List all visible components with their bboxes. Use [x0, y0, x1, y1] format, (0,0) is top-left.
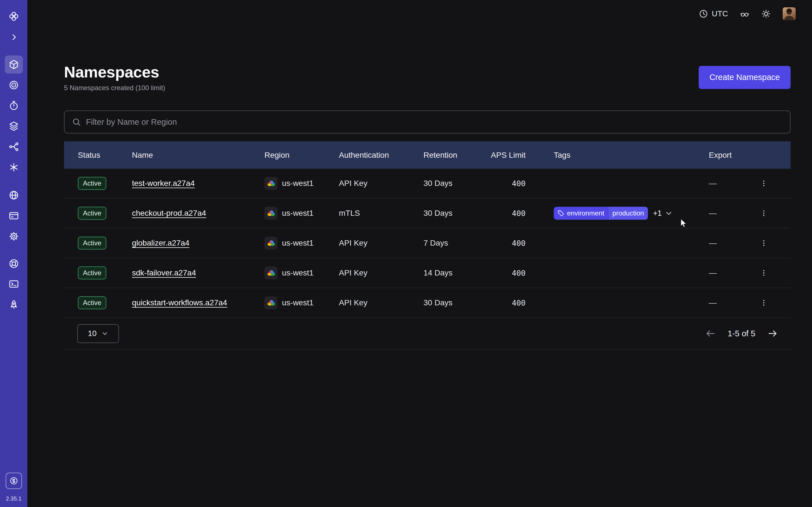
status-cell: Active — [78, 237, 132, 249]
row-menu-button[interactable] — [756, 206, 771, 221]
sidebar-item-namespaces[interactable] — [5, 55, 23, 73]
col-header-region: Region — [264, 151, 339, 160]
namespace-link[interactable]: globalizer.a27a4 — [132, 238, 190, 247]
export-cell: — — [709, 269, 748, 277]
export-cell: — — [709, 209, 748, 218]
region-cell: us-west1 — [264, 296, 339, 309]
chevron-down-icon — [101, 330, 109, 337]
namespace-link[interactable]: test-worker.a27a4 — [132, 179, 195, 187]
retention-cell: 7 Days — [423, 238, 489, 247]
sidebar-item-nexus[interactable] — [5, 76, 23, 94]
sidebar-item-schedules[interactable] — [5, 97, 23, 115]
temporal-logo[interactable] — [5, 7, 23, 25]
authentication-cell: API Key — [339, 269, 423, 277]
row-menu-button[interactable] — [756, 236, 771, 250]
sidebar-expand-button[interactable] — [5, 28, 23, 46]
sidebar-item-cloud[interactable] — [5, 186, 23, 204]
cube-icon — [8, 59, 19, 70]
gcp-cloud-icon — [264, 237, 277, 249]
status-badge: Active — [78, 267, 106, 279]
avatar[interactable] — [783, 7, 796, 20]
kebab-menu-icon — [760, 209, 768, 217]
actions-cell — [748, 236, 779, 250]
kebab-menu-icon — [760, 239, 768, 247]
status-badge: Active — [78, 207, 106, 220]
filter-search — [64, 110, 791, 133]
sidebar-item-usage[interactable] — [6, 473, 22, 489]
arrow-right-icon — [767, 328, 778, 339]
actions-cell — [748, 206, 779, 221]
region-cell: us-west1 — [264, 177, 339, 190]
actions-cell — [748, 176, 779, 191]
retention-cell: 30 Days — [423, 298, 489, 307]
page-head: Namespaces 5 Namespaces created (100 lim… — [64, 63, 791, 92]
col-header-export: Export — [709, 151, 748, 160]
tags-expand-button[interactable] — [665, 209, 673, 217]
page-subtitle: 5 Namespaces created (100 limit) — [64, 84, 165, 92]
row-menu-button[interactable] — [756, 295, 771, 310]
namespaces-table: Status Name Region Authentication Retent… — [64, 142, 791, 349]
tags-cell: environment production +1 — [525, 207, 709, 220]
lifebuoy-icon — [8, 258, 19, 269]
sidebar-item-docs[interactable] — [5, 275, 23, 293]
theme-toggle-button[interactable] — [761, 9, 771, 18]
retention-cell: 30 Days — [423, 179, 489, 188]
col-header-tags: Tags — [525, 151, 709, 160]
search-icon — [72, 117, 81, 126]
namespace-link[interactable]: sdk-failover.a27a4 — [132, 269, 196, 277]
status-cell: Active — [78, 296, 132, 309]
region-cell: us-west1 — [264, 207, 339, 220]
sidebar-item-billing[interactable] — [5, 207, 23, 225]
name-cell: quickstart-workflows.a27a4 — [132, 298, 264, 307]
row-menu-button[interactable] — [756, 266, 771, 280]
layers-icon — [8, 121, 19, 131]
table-row: Active quickstart-workflows.a27a4 — [64, 288, 791, 318]
status-badge: Active — [78, 177, 106, 190]
table-body: Active test-worker.a27a4 — [64, 169, 791, 318]
filter-search-input[interactable] — [86, 117, 783, 127]
sidebar-item-deployments[interactable] — [5, 117, 23, 135]
sidebar-item-batch-operations[interactable] — [5, 158, 23, 176]
sidebar-item-workflows[interactable] — [5, 138, 23, 156]
gear-icon — [8, 231, 19, 242]
row-menu-button[interactable] — [756, 176, 771, 191]
status-badge: Active — [78, 237, 106, 249]
gcp-cloud-icon — [264, 296, 277, 309]
topbar: UTC — [28, 0, 812, 27]
previous-page-button[interactable] — [705, 328, 716, 339]
tag-key: environment — [567, 209, 604, 217]
sun-icon — [761, 9, 771, 18]
create-namespace-button[interactable]: Create Namespace — [699, 66, 791, 89]
timezone-label: UTC — [712, 9, 728, 18]
region-cell: us-west1 — [264, 267, 339, 279]
actions-cell — [748, 266, 779, 280]
kebab-menu-icon — [760, 179, 768, 187]
tag-pill[interactable]: environment production — [554, 207, 648, 220]
sidebar-item-settings[interactable] — [5, 227, 23, 245]
timezone-button[interactable]: UTC — [699, 9, 728, 18]
table-row: Active checkout-prod.a27a4 — [64, 199, 791, 228]
namespace-link[interactable]: checkout-prod.a27a4 — [132, 209, 206, 217]
table-row: Active sdk-failover.a27a4 — [64, 258, 791, 288]
chevron-right-icon — [10, 33, 18, 41]
namespace-link[interactable]: quickstart-workflows.a27a4 — [132, 298, 227, 307]
kebab-menu-icon — [760, 269, 768, 277]
aps-limit-cell: 400 — [489, 298, 525, 307]
status-badge: Active — [78, 296, 106, 309]
aps-limit-cell: 400 — [489, 179, 525, 188]
gcp-cloud-icon — [264, 177, 277, 190]
region-label: us-west1 — [282, 179, 313, 188]
page-size-select[interactable]: 10 — [77, 324, 119, 343]
sidebar-item-support[interactable] — [5, 255, 23, 273]
arrow-left-icon — [705, 328, 716, 339]
avatar-image — [783, 7, 796, 20]
sidebar-item-get-started[interactable] — [5, 296, 23, 314]
asterisk-icon — [8, 162, 19, 173]
page-title-group: Namespaces 5 Namespaces created (100 lim… — [64, 63, 165, 92]
labs-button[interactable] — [740, 9, 749, 18]
clock-icon — [699, 9, 708, 18]
dollar-icon — [9, 476, 18, 485]
tags-group: environment production +1 — [554, 207, 673, 220]
authentication-cell: API Key — [339, 238, 423, 247]
next-page-button[interactable] — [767, 328, 778, 339]
